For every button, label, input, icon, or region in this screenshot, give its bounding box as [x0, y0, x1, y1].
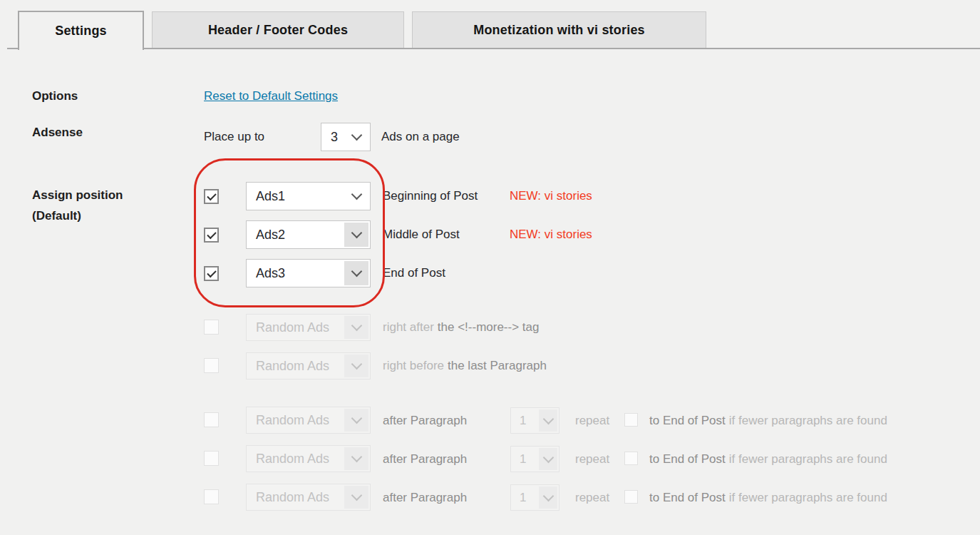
tab-settings[interactable]: Settings	[18, 11, 144, 50]
repeat-checkbox-2	[624, 452, 638, 465]
chevron-down-icon	[344, 184, 368, 208]
tab-header-footer-codes[interactable]: Header / Footer Codes	[152, 11, 404, 49]
chevron-down-icon	[344, 486, 368, 509]
position-label-2: Middle of Post	[383, 227, 460, 243]
end-of-post-label-3: to End of Post	[649, 491, 726, 504]
tab-monetization[interactable]: Monetization with vi stories	[412, 11, 706, 49]
more-tag-select-1-value: Random Ads	[256, 320, 329, 335]
position-checkbox-3[interactable]	[204, 266, 219, 281]
end-of-post-text-3: to End of Postif fewer paragraphs are fo…	[649, 490, 887, 506]
more-tag-checkbox-2	[204, 358, 219, 373]
paragraph-number-2-value: 1	[520, 452, 526, 467]
more-tag-select-2-value: Random Ads	[256, 359, 329, 374]
more-tag-text-1-dark: the <!--more--> tag	[438, 320, 540, 334]
after-paragraph-label-2: after Paragraph	[383, 452, 467, 467]
paragraph-number-select-3: 1	[510, 484, 559, 511]
paragraph-select-3: Random Ads	[246, 484, 371, 511]
ad-unit-select-3-value: Ads3	[256, 266, 285, 281]
after-paragraph-label-1: after Paragraph	[383, 413, 467, 429]
assign-position-line1: Assign position	[32, 185, 123, 205]
chevron-down-icon	[344, 125, 368, 149]
more-tag-text-2: right beforethe last Paragraph	[383, 358, 547, 374]
ad-unit-select-2[interactable]: Ads2	[246, 220, 371, 249]
end-of-post-text-2: to End of Postif fewer paragraphs are fo…	[649, 452, 887, 467]
chevron-down-icon	[344, 223, 368, 247]
paragraph-select-1: Random Ads	[246, 407, 371, 434]
options-label: Options	[32, 88, 78, 104]
new-vi-stories-badge-1: NEW: vi stories	[510, 188, 592, 204]
chevron-down-icon	[344, 447, 368, 470]
check-icon	[207, 230, 216, 239]
ads-on-page-label: Ads on a page	[381, 129, 460, 145]
end-of-post-label-2: to End of Post	[649, 452, 726, 466]
fewer-paragraphs-note-2: if fewer paragraphs are found	[729, 452, 887, 466]
paragraph-checkbox-3	[204, 489, 219, 504]
repeat-checkbox-1	[624, 413, 638, 427]
repeat-label-2: repeat	[575, 452, 609, 467]
paragraph-select-1-value: Random Ads	[256, 413, 329, 428]
ad-unit-select-1[interactable]: Ads1	[246, 182, 371, 210]
new-vi-stories-badge-2: NEW: vi stories	[510, 227, 592, 243]
position-label-1: Beginning of Post	[383, 188, 478, 204]
tab-monetization-label: Monetization with vi stories	[473, 23, 645, 38]
paragraph-number-select-1: 1	[510, 407, 559, 434]
end-of-post-label-1: to End of Post	[649, 414, 726, 427]
repeat-label-3: repeat	[575, 490, 609, 506]
reset-defaults-link[interactable]: Reset to Default Settings	[204, 89, 338, 103]
ad-unit-select-1-value: Ads1	[256, 189, 285, 204]
more-tag-checkbox-1	[204, 320, 219, 335]
chevron-down-icon	[539, 486, 557, 509]
tab-settings-label: Settings	[55, 24, 107, 39]
position-checkbox-2[interactable]	[204, 228, 219, 243]
paragraph-select-2: Random Ads	[246, 445, 371, 472]
tab-header-footer-codes-label: Header / Footer Codes	[208, 23, 348, 38]
ad-unit-select-3[interactable]: Ads3	[246, 259, 371, 287]
paragraph-number-3-value: 1	[520, 491, 526, 505]
assign-position-label: Assign position (Default)	[32, 185, 123, 226]
place-up-to-label: Place up to	[204, 129, 264, 145]
chevron-down-icon	[539, 409, 557, 432]
more-tag-text-2-dark: the last Paragraph	[448, 359, 547, 372]
tab-bottom-divider	[7, 48, 980, 49]
adsense-label: Adsense	[32, 125, 83, 141]
check-icon	[207, 191, 216, 200]
chevron-down-icon	[344, 261, 368, 285]
paragraph-number-select-2: 1	[510, 446, 559, 472]
repeat-checkbox-3	[624, 490, 638, 504]
fewer-paragraphs-note-3: if fewer paragraphs are found	[729, 491, 887, 504]
more-tag-text-1: right afterthe <!--more--> tag	[383, 320, 539, 335]
position-checkbox-1[interactable]	[204, 189, 219, 204]
chevron-down-icon	[344, 316, 368, 339]
after-paragraph-label-3: after Paragraph	[383, 490, 467, 506]
assign-position-line2: (Default)	[32, 205, 123, 226]
chevron-down-icon	[344, 355, 368, 377]
paragraph-checkbox-1	[204, 412, 219, 427]
repeat-label-1: repeat	[575, 413, 609, 429]
position-label-3: End of Post	[383, 265, 445, 281]
chevron-down-icon	[539, 448, 557, 470]
more-tag-text-1-light: right after	[383, 320, 434, 334]
fewer-paragraphs-note-1: if fewer paragraphs are found	[729, 414, 887, 427]
max-ads-select[interactable]: 3	[321, 123, 371, 151]
paragraph-number-1-value: 1	[520, 414, 526, 428]
more-tag-select-1: Random Ads	[246, 314, 371, 341]
more-tag-text-2-light: right before	[383, 359, 444, 372]
paragraph-checkbox-2	[204, 451, 219, 466]
more-tag-select-2: Random Ads	[246, 352, 371, 379]
paragraph-select-2-value: Random Ads	[256, 452, 329, 467]
ad-unit-select-2-value: Ads2	[256, 228, 285, 243]
max-ads-value: 3	[331, 130, 338, 145]
chevron-down-icon	[344, 409, 368, 432]
paragraph-select-3-value: Random Ads	[256, 490, 329, 505]
end-of-post-text-1: to End of Postif fewer paragraphs are fo…	[649, 413, 887, 429]
check-icon	[207, 268, 216, 277]
